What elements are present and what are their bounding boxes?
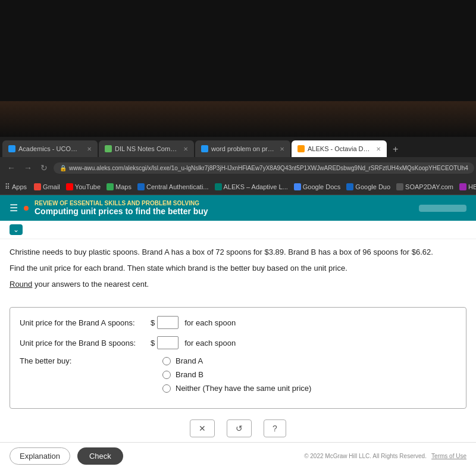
header-text: REVIEW OF ESSENTIAL SKILLS AND PROBLEM S… [35,200,208,216]
round-underline: Round [10,280,32,289]
find-text: Find the unit price for each brand. Then… [10,262,466,275]
radio-label-brand-b: Brand B [176,370,203,379]
explanation-button[interactable]: Explanation [10,447,70,465]
hamburger-menu[interactable]: ☰ [10,202,18,214]
chevron-down-button[interactable]: ⌄ [10,224,23,235]
new-tab-button[interactable]: + [388,142,403,157]
back-button[interactable]: ← [5,162,18,174]
bookmark-gmail[interactable]: Gmail [34,183,60,190]
brand-b-row: Unit price for the Brand B spoons: $ for… [20,336,456,349]
bookmark-maps[interactable]: Maps [107,183,131,190]
bookmark-gduo[interactable]: Google Duo [346,183,390,190]
url-input[interactable]: 🔒 www-awu.aleks.com/alekscgi/x/lsl.exe/1… [54,162,474,174]
undo-action-button[interactable]: ↺ [227,419,252,437]
header-status-dot [24,206,29,211]
answer-box: Unit price for the Brand A spoons: $ for… [10,307,466,409]
bookmark-central[interactable]: Central Authenticati... [137,183,209,190]
radio-neither[interactable] [162,384,171,393]
check-button[interactable]: Check [77,447,123,465]
tab-word-problem[interactable]: word problem on proportions ·✕ [195,140,290,157]
radio-brand-b[interactable] [162,371,171,379]
bookmark-hbo[interactable]: HBO Max [459,183,476,190]
brand-a-input[interactable] [157,316,178,329]
lock-icon: 🔒 [60,165,67,171]
for-each-spoon-b: for each spoon [184,339,236,347]
copyright-text: © 2022 McGraw Hill LLC. All Rights Reser… [304,453,466,459]
radio-row-brand-a: Brand A [162,356,311,365]
brand-a-row: Unit price for the Brand A spoons: $ for… [20,316,456,329]
better-buy-label: The better buy: [20,356,151,365]
bookmark-soap[interactable]: SOAP2DAY.com [396,183,453,190]
tab-bar: Academics - UCONNECT@UCO✕DIL NS Notes Co… [0,137,476,157]
refresh-button[interactable]: ↻ [38,162,50,174]
bottom-bar: Explanation Check © 2022 McGraw Hill LLC… [0,442,476,469]
tab-aleks[interactable]: ALEKS - Octavia Davis - Learn✕ [292,140,387,157]
tab-academics[interactable]: Academics - UCONNECT@UCO✕ [2,140,98,157]
forward-button[interactable]: → [21,162,35,174]
brand-a-input-group: $ for each spoon [151,316,236,329]
aleks-header: ☰ REVIEW OF ESSENTIAL SKILLS AND PROBLEM… [0,195,476,221]
better-buy-radio-group: Brand ABrand BNeither (They have the sam… [162,356,311,393]
radio-row-brand-b: Brand B [162,370,311,379]
brand-a-label: Unit price for the Brand A spoons: [20,318,151,327]
tab-ns-notes[interactable]: DIL NS Notes Complete · Quantitat✕ [99,140,194,157]
action-row: ✕ ↺ ? [0,415,476,442]
browser-window: Academics - UCONNECT@UCO✕DIL NS Notes Co… [0,137,476,476]
help-action-button[interactable]: ? [264,419,286,437]
radio-label-brand-a: Brand A [176,356,203,365]
black-top-area [0,0,476,137]
brand-b-label: Unit price for the Brand B spoons: [20,339,151,347]
header-main-title: Computing unit prices to find the better… [35,206,208,216]
url-text: www-awu.aleks.com/alekscgi/x/lsl.exe/1o_… [69,165,468,171]
radio-brand-a[interactable] [162,357,171,365]
problem-area: Christine needs to buy plastic spoons. B… [0,239,476,301]
page-content: ☰ REVIEW OF ESSENTIAL SKILLS AND PROBLEM… [0,195,476,476]
cancel-action-button[interactable]: ✕ [190,419,215,437]
bookmarks-bar: ⠿ Apps GmailYouTubeMapsCentral Authentic… [0,178,476,195]
for-each-spoon-a: for each spoon [184,318,236,327]
bookmarks-apps[interactable]: ⠿ Apps [5,183,27,191]
address-bar: ← → ↻ 🔒 www-awu.aleks.com/alekscgi/x/lsl… [0,157,476,178]
problem-text: Christine needs to buy plastic spoons. B… [10,246,466,259]
dollar-sign-b: $ [151,339,155,347]
bookmark-aleks-adaptive[interactable]: ALEKS – Adaptive L... [215,183,288,190]
brand-b-input[interactable] [157,336,178,349]
brand-b-input-group: $ for each spoon [151,336,236,349]
header-progress-bar [419,205,466,212]
bookmark-youtube[interactable]: YouTube [66,183,101,190]
header-small-text: REVIEW OF ESSENTIAL SKILLS AND PROBLEM S… [35,200,208,206]
dollar-sign-a: $ [151,318,155,327]
better-buy-row: The better buy: Brand ABrand BNeither (T… [20,356,456,393]
terms-link[interactable]: Terms of Use [431,453,466,459]
round-text: Round your answers to the nearest cent. [10,278,466,291]
radio-row-neither: Neither (They have the same unit price) [162,384,311,393]
bookmark-gdocs[interactable]: Google Docs [294,183,341,190]
radio-label-neither: Neither (They have the same unit price) [176,384,311,393]
chevron-row: ⌄ [0,221,476,239]
